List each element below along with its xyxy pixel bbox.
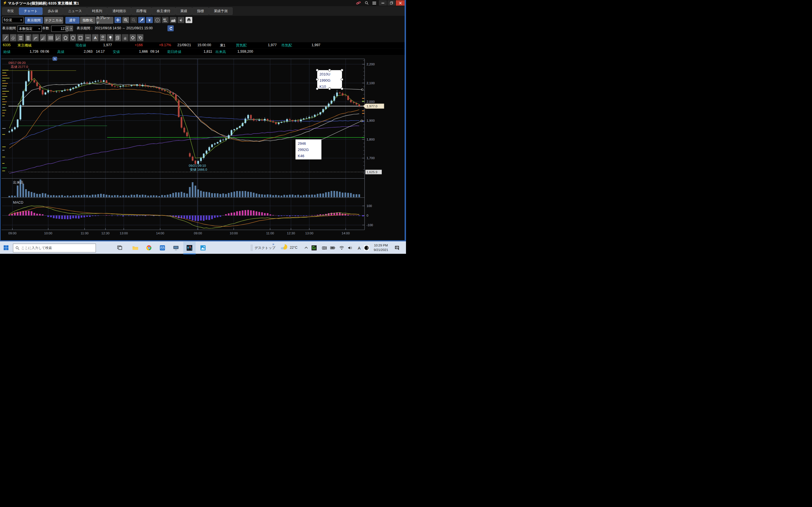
temperature-label[interactable]: 22°C xyxy=(290,245,297,249)
selection-handle[interactable] xyxy=(328,88,331,90)
price-chart[interactable]: 2,2002,1002,0001,9001,8001,7001000-1001,… xyxy=(0,55,406,241)
cycle-tool-icon[interactable] xyxy=(107,34,114,41)
chevron-up-icon[interactable] xyxy=(302,244,310,252)
clock[interactable]: 10:29 PM 9/21/2021 xyxy=(371,243,391,252)
toolbar-button-通常[interactable]: 通常 xyxy=(65,17,80,24)
area-chart-icon[interactable] xyxy=(170,17,176,23)
angle-lines-icon[interactable] xyxy=(55,34,61,41)
pixel-app-icon[interactable] xyxy=(310,244,318,252)
tab-時系列[interactable]: 時系列 xyxy=(87,7,107,15)
eraser-all-icon[interactable]: A xyxy=(137,34,144,41)
svg-text:出来高: 出来高 xyxy=(13,180,24,184)
toolbar-button-指数化[interactable]: 指数化 xyxy=(80,17,95,24)
rectangle-icon[interactable] xyxy=(77,34,84,41)
action-center-icon[interactable] xyxy=(393,244,401,252)
fibonacci-arc-icon[interactable] xyxy=(32,34,39,41)
tab-指標[interactable]: 指標 xyxy=(192,7,209,15)
interval-dropdown[interactable]: 5分足▼ xyxy=(2,17,24,23)
taskbar-app-remote-desktop[interactable] xyxy=(172,244,180,252)
tab-ニュース[interactable]: ニュース xyxy=(63,7,87,15)
toolbar-handle[interactable] xyxy=(251,244,251,251)
text-annotation-box-2[interactable]: 29462992GK46 xyxy=(296,120,363,160)
desktop-toolbar-expand[interactable]: » xyxy=(272,242,274,246)
camera-icon[interactable] xyxy=(320,244,328,252)
svg-text:13:00: 13:00 xyxy=(305,231,313,235)
selection-handle[interactable] xyxy=(316,69,318,71)
text-icon[interactable]: A xyxy=(92,34,99,41)
toolbar-button-スプレッド[interactable]: スプレッド xyxy=(96,17,113,24)
tab-適時開示[interactable]: 適時開示 xyxy=(107,7,131,15)
tab-業績[interactable]: 業績 xyxy=(175,7,192,15)
speaker-icon[interactable] xyxy=(346,244,354,252)
selection-handle[interactable] xyxy=(316,88,318,90)
text-annotation-box-1[interactable]: 2010U1990GK10 xyxy=(316,69,363,91)
fibonacci-retracement-icon[interactable] xyxy=(17,34,24,41)
zoom-in-icon[interactable] xyxy=(122,17,129,23)
tab-歩み値[interactable]: 歩み値 xyxy=(43,7,63,15)
toolbar-button-表示期間[interactable]: 表示期間 xyxy=(25,17,43,24)
battery-icon[interactable] xyxy=(329,244,337,252)
close-button[interactable] xyxy=(396,0,405,6)
taskbar-app-chrome[interactable] xyxy=(145,244,153,252)
quote-time: 15:00:00 xyxy=(197,43,211,47)
trend-line-icon[interactable] xyxy=(2,34,9,41)
taskbar-app-chart-app[interactable] xyxy=(186,244,193,252)
print-icon[interactable] xyxy=(186,17,192,23)
ellipse-icon[interactable] xyxy=(70,34,77,41)
tab-チャート[interactable]: チャート xyxy=(19,7,43,15)
taskbar-app-file-explorer[interactable] xyxy=(132,244,139,252)
hand-tool-icon[interactable] xyxy=(122,34,129,41)
selection-handle[interactable] xyxy=(328,69,331,71)
wifi-icon[interactable] xyxy=(338,244,346,252)
horizontal-line-icon[interactable] xyxy=(85,34,91,41)
desktop-toolbar-label[interactable]: デスクトップ xyxy=(255,245,275,250)
time-lines-icon[interactable] xyxy=(47,34,54,41)
svg-text:1,700: 1,700 xyxy=(366,156,375,160)
minimize-button[interactable] xyxy=(379,0,387,6)
search-icon[interactable] xyxy=(363,0,370,6)
taskbar-app-photos[interactable] xyxy=(199,244,207,252)
link-icon[interactable]: 1 xyxy=(355,0,362,6)
tab-四季報[interactable]: 四季報 xyxy=(132,7,151,15)
copy-object-icon[interactable] xyxy=(114,34,121,41)
yen-icon[interactable]: ¥ xyxy=(146,17,153,23)
zoom-out-icon[interactable] xyxy=(130,17,137,23)
tab-市況[interactable]: 市況 xyxy=(2,7,18,15)
tab-業績予測[interactable]: 業績予測 xyxy=(209,7,233,15)
weather-icon[interactable] xyxy=(281,244,288,251)
selection-handle[interactable] xyxy=(341,78,343,80)
macd-panel-label: MACD xyxy=(13,201,23,205)
settings-wrench-icon[interactable] xyxy=(177,17,185,23)
search-input[interactable]: ここに入力して検索 xyxy=(13,244,96,252)
selection-handle[interactable] xyxy=(341,88,343,90)
my-indicator-icon[interactable]: MY xyxy=(162,17,168,23)
menu-icon[interactable] xyxy=(370,0,378,6)
plus-icon[interactable] xyxy=(114,17,121,23)
restore-button[interactable] xyxy=(388,0,395,6)
info-icon[interactable]: i xyxy=(154,17,161,23)
toolbar-button-テクニカル[interactable]: テクニカル xyxy=(44,17,63,24)
svg-text:K46: K46 xyxy=(298,154,304,158)
gann-lines-icon[interactable] xyxy=(25,34,32,41)
eraser-icon[interactable] xyxy=(130,34,136,41)
parallel-line-icon[interactable] xyxy=(10,34,17,41)
ime-mode-icon[interactable] xyxy=(363,244,370,252)
window-border-right[interactable] xyxy=(405,0,406,241)
icon-stamp-icon[interactable]: icon xyxy=(100,34,106,41)
selection-handle[interactable] xyxy=(316,78,318,80)
reset-period-icon[interactable] xyxy=(167,25,174,31)
polygon-icon[interactable] xyxy=(62,34,69,41)
period-mode-dropdown[interactable]: 本数指定▼ xyxy=(17,25,42,32)
count-stepper-down[interactable]: ▼ xyxy=(65,25,69,31)
ime-a-icon[interactable]: A xyxy=(355,244,363,252)
selection-handle[interactable] xyxy=(341,69,343,71)
period-label: 表示期間 xyxy=(2,26,16,31)
toolbar-handle[interactable] xyxy=(252,244,252,251)
taskbar-app-mail[interactable] xyxy=(158,244,166,252)
fibonacci-fan-icon[interactable] xyxy=(40,34,47,41)
tab-株主優待[interactable]: 株主優待 xyxy=(152,7,175,15)
count-stepper-up[interactable]: ▲ xyxy=(69,25,73,31)
start-button[interactable] xyxy=(2,244,10,252)
pencil-icon[interactable] xyxy=(138,17,145,23)
taskbar-app-task-view[interactable] xyxy=(116,244,124,252)
